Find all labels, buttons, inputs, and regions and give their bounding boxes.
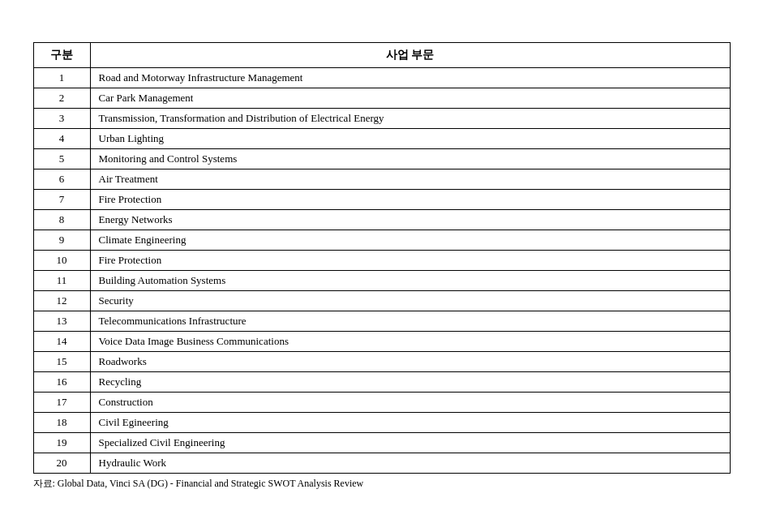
table-row: 7Fire Protection <box>33 189 730 209</box>
row-number: 8 <box>33 209 90 230</box>
table-row: 9Climate Engineering <box>33 230 730 250</box>
row-sector: Urban Lighting <box>90 128 730 148</box>
row-number: 18 <box>33 412 90 432</box>
table-row: 18Civil Egineering <box>33 412 730 432</box>
table-row: 6Air Treatment <box>33 169 730 189</box>
row-number: 13 <box>33 311 90 331</box>
row-sector: Hydraulic Work <box>90 453 730 473</box>
footnote: 자료: Global Data, Vinci SA (DG) - Financi… <box>33 477 731 491</box>
row-number: 6 <box>33 169 90 189</box>
row-number: 5 <box>33 148 90 169</box>
table-row: 8Energy Networks <box>33 209 730 230</box>
row-number: 16 <box>33 371 90 392</box>
row-sector: Climate Engineering <box>90 230 730 250</box>
table-row: 14Voice Data Image Business Communicatio… <box>33 331 730 351</box>
row-number: 20 <box>33 453 90 473</box>
row-number: 3 <box>33 108 90 128</box>
row-number: 12 <box>33 290 90 311</box>
row-sector: Specialized Civil Engineering <box>90 432 730 453</box>
row-sector: Civil Egineering <box>90 412 730 432</box>
table-row: 13Telecommunications Infrastructure <box>33 311 730 331</box>
table-row: 1Road and Motorway Infrastructure Manage… <box>33 67 730 88</box>
row-number: 4 <box>33 128 90 148</box>
row-sector: Fire Protection <box>90 250 730 270</box>
table-row: 19Specialized Civil Engineering <box>33 432 730 453</box>
row-sector: Car Park Management <box>90 88 730 108</box>
row-number: 7 <box>33 189 90 209</box>
row-number: 2 <box>33 88 90 108</box>
row-sector: Transmission, Transformation and Distrib… <box>90 108 730 128</box>
table-row: 12Security <box>33 290 730 311</box>
row-number: 19 <box>33 432 90 453</box>
row-sector: Roadworks <box>90 351 730 371</box>
row-sector: Fire Protection <box>90 189 730 209</box>
table-row: 20Hydraulic Work <box>33 453 730 473</box>
row-sector: Building Automation Systems <box>90 270 730 290</box>
table-row: 15Roadworks <box>33 351 730 371</box>
row-number: 9 <box>33 230 90 250</box>
row-number: 17 <box>33 392 90 412</box>
row-sector: Monitoring and Control Systems <box>90 148 730 169</box>
row-sector: Voice Data Image Business Communications <box>90 331 730 351</box>
table-row: 11Building Automation Systems <box>33 270 730 290</box>
table-row: 17Construction <box>33 392 730 412</box>
table-row: 16Recycling <box>33 371 730 392</box>
table-row: 5Monitoring and Control Systems <box>33 148 730 169</box>
header-gubun: 구분 <box>33 42 90 67</box>
row-sector: Recycling <box>90 371 730 392</box>
table-row: 3Transmission, Transformation and Distri… <box>33 108 730 128</box>
table-row: 2Car Park Management <box>33 88 730 108</box>
row-number: 1 <box>33 67 90 88</box>
row-number: 11 <box>33 270 90 290</box>
business-sectors-table: 구분 사업 부문 1Road and Motorway Infrastructu… <box>33 42 731 474</box>
row-number: 15 <box>33 351 90 371</box>
row-sector: Road and Motorway Infrastructure Managem… <box>90 67 730 88</box>
header-sector: 사업 부문 <box>90 42 730 67</box>
table-row: 4Urban Lighting <box>33 128 730 148</box>
row-number: 14 <box>33 331 90 351</box>
row-sector: Security <box>90 290 730 311</box>
row-sector: Telecommunications Infrastructure <box>90 311 730 331</box>
row-number: 10 <box>33 250 90 270</box>
row-sector: Energy Networks <box>90 209 730 230</box>
row-sector: Air Treatment <box>90 169 730 189</box>
table-row: 10Fire Protection <box>33 250 730 270</box>
row-sector: Construction <box>90 392 730 412</box>
main-container: 구분 사업 부문 1Road and Motorway Infrastructu… <box>33 42 731 491</box>
